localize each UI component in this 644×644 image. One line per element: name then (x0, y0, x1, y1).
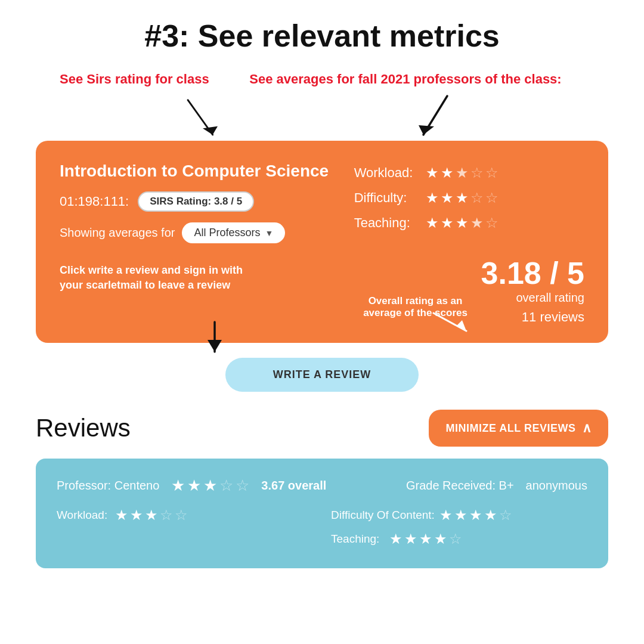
review-difficulty-row: Difficulty Of Content: ★ ★ ★ ★ ☆ (331, 507, 587, 524)
course-card: Introduction to Computer Science 01:198:… (36, 141, 608, 343)
star-1: ★ (171, 476, 185, 495)
star-2: ★ (404, 531, 417, 547)
professor-dropdown[interactable]: All Professors ▼ (182, 222, 285, 243)
chevron-down-icon: ▼ (265, 228, 274, 238)
chevron-up-icon: ∧ (582, 420, 592, 436)
arrow-left-icon (173, 96, 233, 144)
professor-name: Professor: Centeno (57, 479, 159, 493)
minimize-btn-label: MINIMIZE ALL REVIEWS (445, 422, 575, 435)
star-3: ★ (456, 165, 469, 181)
svg-marker-7 (208, 340, 222, 352)
star-5: ☆ (236, 476, 249, 495)
svg-marker-1 (203, 126, 218, 135)
review-teaching-label: Teaching: (331, 532, 385, 546)
star-1: ★ (439, 507, 453, 524)
review-workload-label: Workload: (57, 509, 110, 522)
write-review-button[interactable]: WRITE A REVIEW (225, 358, 419, 392)
svg-marker-5 (456, 320, 466, 331)
showing-row: Showing averages for All Professors ▼ (60, 222, 336, 243)
star-3: ★ (456, 215, 469, 231)
review-top-row: Professor: Centeno ★ ★ ★ ☆ ☆ 3.67 overal… (57, 476, 587, 495)
reviews-count: 11 reviews (522, 309, 584, 325)
star-1: ★ (426, 190, 439, 206)
difficulty-stars: ★ ★ ★ ☆ ☆ (426, 190, 499, 206)
review-overall-stars: ★ ★ ★ ☆ ☆ (171, 476, 249, 495)
star-1: ★ (426, 165, 439, 181)
professor-dropdown-value: All Professors (194, 227, 260, 239)
star-4: ☆ (470, 190, 484, 206)
reviews-header: Reviews MINIMIZE ALL REVIEWS ∧ (36, 410, 608, 447)
card-left-section: Introduction to Computer Science 01:198:… (60, 162, 336, 325)
course-title: Introduction to Computer Science (60, 162, 336, 181)
review-left-col: Workload: ★ ★ ★ ☆ ☆ (57, 507, 313, 547)
star-4: ★ (434, 531, 447, 547)
workload-label: Workload: (354, 165, 420, 181)
overall-label: overall rating (516, 291, 584, 305)
star-5: ☆ (485, 215, 499, 231)
minimize-all-reviews-button[interactable]: MINIMIZE ALL REVIEWS ∧ (429, 410, 608, 447)
page-title: #3: See relevant metrics (24, 18, 620, 54)
review-overall-score: 3.67 overall (261, 479, 326, 493)
star-5: ☆ (499, 507, 512, 524)
star-4: ☆ (219, 476, 233, 495)
teaching-stars: ★ ★ ★ ★ ☆ (426, 215, 499, 231)
annotation-sirs-label: See Sirs rating for class (60, 72, 227, 87)
review-grade: Grade Received: B+ (406, 479, 514, 493)
arrows-area (24, 93, 620, 147)
star-5: ☆ (175, 507, 188, 524)
star-4: ★ (470, 215, 484, 231)
teaching-label: Teaching: (354, 215, 420, 231)
star-4: ★ (484, 507, 497, 524)
star-2: ★ (441, 165, 454, 181)
review-workload-row: Workload: ★ ★ ★ ☆ ☆ (57, 507, 313, 524)
teaching-metric: Teaching: ★ ★ ★ ★ ☆ (354, 215, 584, 231)
review-card: Professor: Centeno ★ ★ ★ ☆ ☆ 3.67 overal… (36, 459, 608, 568)
star-1: ★ (115, 507, 128, 524)
star-3: ★ (203, 476, 217, 495)
card-right-section: Workload: ★ ★ ★ ☆ ☆ Difficulty: ★ ★ ★ ☆ … (354, 162, 584, 325)
difficulty-metric: Difficulty: ★ ★ ★ ☆ ☆ (354, 190, 584, 206)
course-code-row: 01:198:111: SIRS Rating: 3.8 / 5 (60, 191, 336, 212)
star-2: ★ (441, 190, 454, 206)
star-3: ★ (419, 531, 432, 547)
overall-section: 3.18 / 5 overall rating 11 reviews (481, 246, 584, 325)
star-3: ★ (456, 190, 469, 206)
course-code: 01:198:111: (60, 194, 129, 209)
review-anon: anonymous (526, 479, 587, 493)
star-2: ★ (130, 507, 143, 524)
star-5: ☆ (485, 165, 499, 181)
review-teaching-row: Teaching: ★ ★ ★ ★ ☆ (331, 531, 587, 547)
write-review-arrow-icon (191, 319, 239, 361)
review-difficulty-label: Difficulty Of Content: (331, 509, 435, 522)
star-4: ☆ (470, 165, 484, 181)
review-bottom-rows: Workload: ★ ★ ★ ☆ ☆ Difficulty Of Conten… (57, 507, 587, 547)
star-1: ★ (426, 215, 439, 231)
svg-marker-3 (419, 125, 434, 135)
review-teaching-stars: ★ ★ ★ ★ ☆ (389, 531, 462, 547)
workload-metric: Workload: ★ ★ ★ ☆ ☆ (354, 165, 584, 181)
star-4: ☆ (160, 507, 173, 524)
showing-label: Showing averages for (60, 226, 175, 240)
star-2: ★ (441, 215, 454, 231)
workload-stars: ★ ★ ★ ☆ ☆ (426, 165, 499, 181)
annotation-averages-label: See averages for fall 2021 professors of… (227, 72, 584, 87)
star-2: ★ (454, 507, 467, 524)
star-1: ★ (389, 531, 402, 547)
review-difficulty-stars: ★ ★ ★ ★ ☆ (439, 507, 512, 524)
difficulty-label: Difficulty: (354, 190, 420, 206)
sirs-badge: SIRS Rating: 3.8 / 5 (138, 191, 254, 212)
overall-score: 3.18 / 5 (481, 258, 584, 289)
overall-arrow-icon (428, 307, 475, 337)
reviews-section-title: Reviews (36, 414, 131, 442)
star-2: ★ (187, 476, 201, 495)
arrow-right-icon (411, 93, 459, 141)
write-review-area: WRITE A REVIEW (24, 358, 620, 392)
review-workload-stars: ★ ★ ★ ☆ ☆ (115, 507, 188, 524)
star-5: ☆ (485, 190, 499, 206)
write-review-note: Click write a review and sign in with yo… (60, 263, 250, 293)
review-right-col: Difficulty Of Content: ★ ★ ★ ★ ☆ Teachin… (331, 507, 587, 547)
star-5: ☆ (449, 531, 462, 547)
star-3: ★ (469, 507, 482, 524)
star-3: ★ (145, 507, 158, 524)
